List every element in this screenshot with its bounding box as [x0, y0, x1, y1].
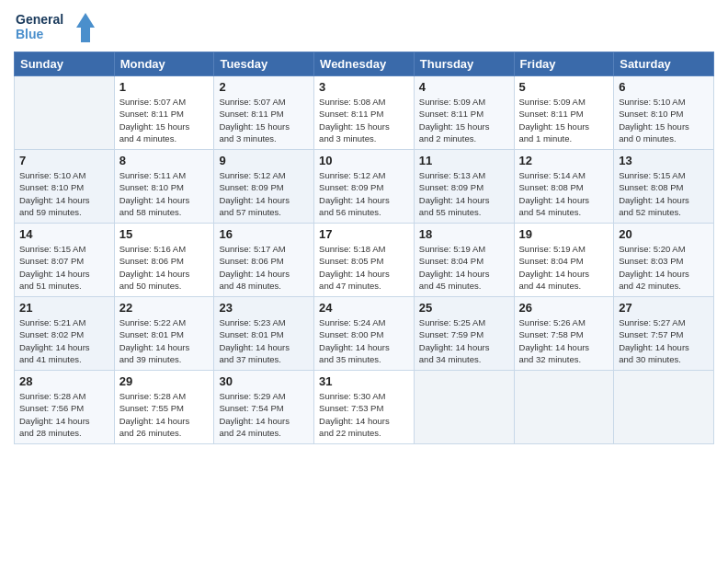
calendar-cell: 4Sunrise: 5:09 AM Sunset: 8:11 PM Daylig…	[414, 76, 514, 150]
weekday-header: Wednesday	[314, 52, 415, 76]
calendar-cell: 3Sunrise: 5:08 AM Sunset: 8:11 PM Daylig…	[314, 76, 415, 150]
calendar-week-row: 28Sunrise: 5:28 AM Sunset: 7:56 PM Dayli…	[15, 371, 714, 444]
weekday-header: Sunday	[15, 52, 115, 76]
day-info: Sunrise: 5:27 AM Sunset: 7:57 PM Dayligh…	[619, 316, 709, 365]
day-info: Sunrise: 5:14 AM Sunset: 8:08 PM Dayligh…	[519, 169, 609, 218]
day-number: 29	[119, 374, 210, 388]
day-number: 25	[419, 301, 509, 315]
page-container: General Blue SundayMondayTuesdayWednesda…	[0, 0, 728, 454]
calendar-cell: 5Sunrise: 5:09 AM Sunset: 8:11 PM Daylig…	[514, 76, 614, 150]
svg-text:General: General	[16, 12, 63, 27]
weekday-header: Saturday	[614, 52, 714, 76]
day-info: Sunrise: 5:25 AM Sunset: 7:59 PM Dayligh…	[419, 316, 509, 365]
day-number: 2	[219, 80, 309, 94]
calendar-week-row: 7Sunrise: 5:10 AM Sunset: 8:10 PM Daylig…	[15, 150, 714, 224]
calendar-cell	[614, 371, 714, 444]
day-info: Sunrise: 5:07 AM Sunset: 8:11 PM Dayligh…	[119, 96, 210, 144]
logo-svg: General Blue	[14, 9, 97, 48]
calendar-cell: 13Sunrise: 5:15 AM Sunset: 8:08 PM Dayli…	[614, 150, 714, 224]
day-info: Sunrise: 5:11 AM Sunset: 8:10 PM Dayligh…	[119, 169, 210, 218]
day-info: Sunrise: 5:30 AM Sunset: 7:53 PM Dayligh…	[319, 390, 409, 439]
day-number: 19	[519, 227, 609, 241]
day-info: Sunrise: 5:09 AM Sunset: 8:11 PM Dayligh…	[519, 96, 609, 144]
day-number: 15	[119, 227, 210, 241]
svg-marker-2	[76, 13, 95, 42]
calendar-cell: 24Sunrise: 5:24 AM Sunset: 8:00 PM Dayli…	[314, 297, 415, 371]
calendar-cell: 1Sunrise: 5:07 AM Sunset: 8:11 PM Daylig…	[114, 76, 214, 150]
calendar-cell: 6Sunrise: 5:10 AM Sunset: 8:10 PM Daylig…	[614, 76, 714, 150]
day-info: Sunrise: 5:28 AM Sunset: 7:56 PM Dayligh…	[19, 390, 109, 439]
calendar-cell: 12Sunrise: 5:14 AM Sunset: 8:08 PM Dayli…	[514, 150, 614, 224]
day-info: Sunrise: 5:24 AM Sunset: 8:00 PM Dayligh…	[319, 316, 409, 365]
day-number: 16	[219, 227, 309, 241]
day-info: Sunrise: 5:12 AM Sunset: 8:09 PM Dayligh…	[219, 169, 309, 218]
day-info: Sunrise: 5:13 AM Sunset: 8:09 PM Dayligh…	[419, 169, 509, 218]
day-number: 6	[619, 80, 709, 94]
weekday-header: Tuesday	[214, 52, 314, 76]
day-info: Sunrise: 5:10 AM Sunset: 8:10 PM Dayligh…	[19, 169, 109, 218]
calendar-cell: 30Sunrise: 5:29 AM Sunset: 7:54 PM Dayli…	[214, 371, 314, 444]
day-info: Sunrise: 5:09 AM Sunset: 8:11 PM Dayligh…	[419, 96, 509, 144]
day-number: 21	[19, 301, 109, 315]
day-number: 8	[119, 154, 210, 167]
day-number: 12	[519, 154, 609, 167]
day-number: 18	[419, 227, 509, 241]
day-number: 27	[619, 301, 709, 315]
day-info: Sunrise: 5:22 AM Sunset: 8:01 PM Dayligh…	[119, 316, 210, 365]
day-info: Sunrise: 5:15 AM Sunset: 8:08 PM Dayligh…	[619, 169, 709, 218]
calendar-cell	[514, 371, 614, 444]
calendar-cell: 16Sunrise: 5:17 AM Sunset: 8:06 PM Dayli…	[214, 224, 314, 297]
calendar-cell: 11Sunrise: 5:13 AM Sunset: 8:09 PM Dayli…	[414, 150, 514, 224]
calendar-cell: 15Sunrise: 5:16 AM Sunset: 8:06 PM Dayli…	[114, 224, 214, 297]
day-number: 1	[119, 80, 210, 94]
logo: General Blue	[14, 9, 97, 48]
day-number: 7	[19, 154, 109, 167]
day-info: Sunrise: 5:07 AM Sunset: 8:11 PM Dayligh…	[219, 96, 309, 144]
calendar-cell: 18Sunrise: 5:19 AM Sunset: 8:04 PM Dayli…	[414, 224, 514, 297]
day-number: 11	[419, 154, 509, 167]
day-info: Sunrise: 5:10 AM Sunset: 8:10 PM Dayligh…	[619, 96, 709, 144]
day-number: 17	[319, 227, 409, 241]
calendar-week-row: 21Sunrise: 5:21 AM Sunset: 8:02 PM Dayli…	[15, 297, 714, 371]
calendar-cell: 22Sunrise: 5:22 AM Sunset: 8:01 PM Dayli…	[114, 297, 214, 371]
day-number: 9	[219, 154, 309, 167]
day-number: 26	[519, 301, 609, 315]
calendar-cell: 23Sunrise: 5:23 AM Sunset: 8:01 PM Dayli…	[214, 297, 314, 371]
day-number: 30	[219, 374, 309, 388]
day-number: 22	[119, 301, 210, 315]
calendar-cell: 20Sunrise: 5:20 AM Sunset: 8:03 PM Dayli…	[614, 224, 714, 297]
day-number: 13	[619, 154, 709, 167]
calendar-cell: 28Sunrise: 5:28 AM Sunset: 7:56 PM Dayli…	[15, 371, 115, 444]
day-info: Sunrise: 5:18 AM Sunset: 8:05 PM Dayligh…	[319, 243, 409, 292]
calendar-cell	[414, 371, 514, 444]
calendar-cell: 2Sunrise: 5:07 AM Sunset: 8:11 PM Daylig…	[214, 76, 314, 150]
calendar-cell: 8Sunrise: 5:11 AM Sunset: 8:10 PM Daylig…	[114, 150, 214, 224]
day-number: 10	[319, 154, 409, 167]
header: General Blue	[14, 9, 714, 48]
day-number: 20	[619, 227, 709, 241]
calendar-cell	[15, 76, 115, 150]
day-number: 23	[219, 301, 309, 315]
weekday-header-row: SundayMondayTuesdayWednesdayThursdayFrid…	[15, 52, 714, 76]
calendar-week-row: 1Sunrise: 5:07 AM Sunset: 8:11 PM Daylig…	[15, 76, 714, 150]
day-number: 31	[319, 374, 409, 388]
day-info: Sunrise: 5:17 AM Sunset: 8:06 PM Dayligh…	[219, 243, 309, 292]
day-number: 28	[19, 374, 109, 388]
weekday-header: Thursday	[414, 52, 514, 76]
calendar-cell: 31Sunrise: 5:30 AM Sunset: 7:53 PM Dayli…	[314, 371, 415, 444]
day-info: Sunrise: 5:29 AM Sunset: 7:54 PM Dayligh…	[219, 390, 309, 439]
day-number: 24	[319, 301, 409, 315]
calendar-cell: 9Sunrise: 5:12 AM Sunset: 8:09 PM Daylig…	[214, 150, 314, 224]
weekday-header: Friday	[514, 52, 614, 76]
day-info: Sunrise: 5:19 AM Sunset: 8:04 PM Dayligh…	[419, 243, 509, 292]
calendar-cell: 25Sunrise: 5:25 AM Sunset: 7:59 PM Dayli…	[414, 297, 514, 371]
calendar-cell: 19Sunrise: 5:19 AM Sunset: 8:04 PM Dayli…	[514, 224, 614, 297]
day-info: Sunrise: 5:26 AM Sunset: 7:58 PM Dayligh…	[519, 316, 609, 365]
day-number: 4	[419, 80, 509, 94]
calendar-cell: 10Sunrise: 5:12 AM Sunset: 8:09 PM Dayli…	[314, 150, 415, 224]
day-number: 3	[319, 80, 409, 94]
svg-text:Blue: Blue	[16, 27, 44, 41]
day-info: Sunrise: 5:16 AM Sunset: 8:06 PM Dayligh…	[119, 243, 210, 292]
day-info: Sunrise: 5:28 AM Sunset: 7:55 PM Dayligh…	[119, 390, 210, 439]
day-info: Sunrise: 5:21 AM Sunset: 8:02 PM Dayligh…	[19, 316, 109, 365]
